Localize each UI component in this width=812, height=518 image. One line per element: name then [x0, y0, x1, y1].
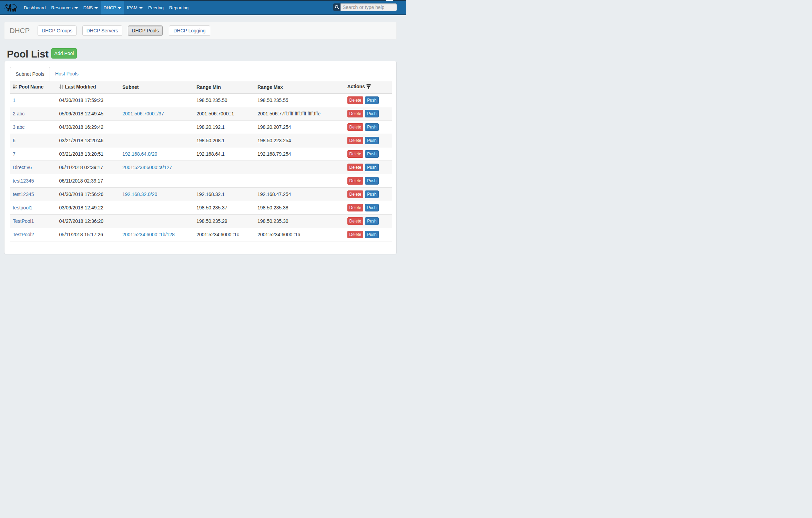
svg-text:Z: Z — [16, 87, 17, 89]
